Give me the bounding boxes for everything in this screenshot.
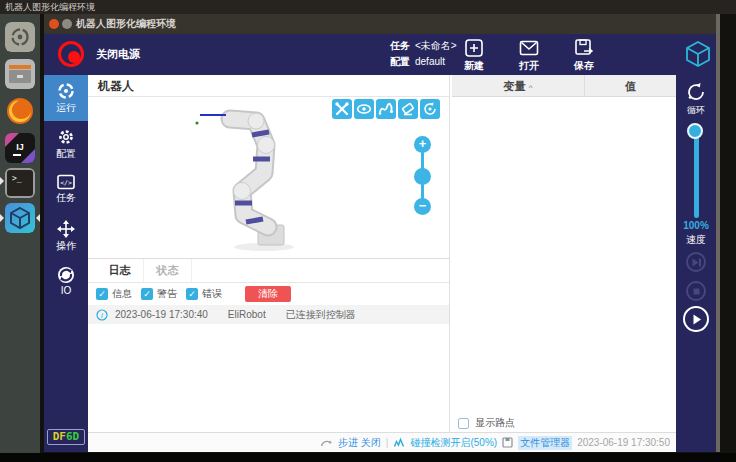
power-button-label: 关闭电源 bbox=[96, 34, 140, 75]
speed-percent: 100% bbox=[676, 220, 716, 231]
task-info: 任务<未命名> 配置default bbox=[390, 38, 457, 70]
running-indicator-elirobot bbox=[0, 214, 4, 222]
gear-icon bbox=[57, 128, 75, 146]
move-arrows-icon bbox=[57, 220, 75, 238]
nav-item-label: 操作 bbox=[44, 239, 88, 253]
robot-3d-viewport[interactable] bbox=[88, 97, 450, 258]
zoom-out-button[interactable]: − bbox=[414, 198, 431, 215]
eye-icon bbox=[356, 101, 372, 117]
clear-log-button[interactable]: 清除 bbox=[245, 286, 291, 302]
log-entry-time: 2023-06-19 17:30:40 bbox=[115, 309, 208, 320]
desktop-menubar-title: 机器人图形化编程环境 bbox=[5, 2, 95, 12]
eraser-button[interactable] bbox=[398, 99, 418, 119]
speed-slider-thumb[interactable] bbox=[687, 123, 703, 139]
step-mode-icon bbox=[320, 437, 333, 448]
desktop-bottom-edge bbox=[0, 453, 736, 462]
visibility-button[interactable] bbox=[354, 99, 374, 119]
filter-warning[interactable]: ✓ 警告 bbox=[141, 287, 177, 301]
svg-text:IJ: IJ bbox=[16, 142, 24, 152]
power-button[interactable] bbox=[58, 41, 84, 67]
config-value: default bbox=[415, 56, 445, 67]
checkbox-checked-icon: ✓ bbox=[141, 288, 153, 300]
variable-column-header[interactable]: 变量 ^ bbox=[452, 75, 584, 96]
speed-label: 速度 bbox=[676, 233, 716, 247]
desktop: 机器人图形化编程环境 IJ bbox=[0, 0, 736, 462]
show-waypoints-label: 显示路点 bbox=[475, 416, 515, 430]
terminal-icon[interactable]: >_ bbox=[5, 168, 35, 198]
step-next-button[interactable] bbox=[686, 252, 706, 272]
tab-log[interactable]: 日志 bbox=[96, 259, 144, 282]
robot-tools-button[interactable] bbox=[332, 99, 352, 119]
file-manager-icon[interactable] bbox=[5, 59, 35, 89]
nav-item-operate[interactable]: 操作 bbox=[44, 213, 88, 259]
freedrive-button[interactable] bbox=[376, 99, 396, 119]
info-icon: i bbox=[96, 309, 108, 321]
checkbox-checked-icon: ✓ bbox=[186, 288, 198, 300]
freedrive-icon bbox=[378, 101, 394, 117]
elirobot-launcher-icon[interactable] bbox=[5, 203, 35, 233]
robot-model-badge: DF6D bbox=[47, 429, 85, 445]
step-next-icon bbox=[691, 257, 702, 268]
new-task-button[interactable]: 新建 bbox=[452, 36, 496, 74]
variables-header: 变量 ^ 值 bbox=[452, 75, 676, 97]
file-manager-link[interactable]: 文件管理器 bbox=[518, 436, 572, 450]
filter-info[interactable]: ✓ 信息 bbox=[96, 287, 132, 301]
window-edge bbox=[716, 14, 720, 452]
nav-item-label: 配置 bbox=[44, 147, 88, 161]
filter-error[interactable]: ✓ 错误 bbox=[186, 287, 222, 301]
power-icon bbox=[68, 51, 80, 63]
window-title: 机器人图形化编程环境 bbox=[76, 14, 176, 34]
new-task-label: 新建 bbox=[452, 59, 496, 73]
nav-item-config[interactable]: 配置 bbox=[44, 121, 88, 167]
top-toolbar: 关闭电源 任务<未命名> 配置default 新建 打开 保存 bbox=[44, 34, 716, 75]
step-mode-status[interactable]: 步进 关闭 bbox=[338, 436, 381, 450]
focused-indicator-elirobot bbox=[36, 214, 40, 222]
reset-view-button[interactable] bbox=[420, 99, 440, 119]
svg-text:>_: >_ bbox=[12, 174, 22, 183]
desktop-menubar: 机器人图形化编程环境 bbox=[0, 0, 736, 14]
log-panel: 日志 状态 ✓ 信息 ✓ 警告 ✓ 错误 清除 i 2023-06-19 17:… bbox=[88, 258, 450, 432]
running-indicator-terminal bbox=[0, 177, 4, 185]
tools-icon bbox=[334, 101, 350, 117]
window-minimize-button[interactable] bbox=[62, 19, 72, 29]
eraser-icon bbox=[400, 101, 416, 117]
nav-item-io[interactable]: IO bbox=[44, 259, 88, 305]
collision-detection-status[interactable]: 碰撞检测开启(50%) bbox=[410, 436, 497, 450]
checkbox-checked-icon: ✓ bbox=[96, 288, 108, 300]
speed-slider-track[interactable] bbox=[694, 128, 699, 218]
window-close-button[interactable] bbox=[49, 19, 59, 29]
config-label: 配置 bbox=[390, 56, 410, 67]
run-icon bbox=[57, 82, 75, 100]
loop-label: 循环 bbox=[676, 104, 716, 117]
play-button[interactable] bbox=[683, 306, 709, 332]
open-task-label: 打开 bbox=[507, 59, 551, 73]
variables-panel: 变量 ^ 值 显示路点 bbox=[452, 75, 676, 432]
value-column-header[interactable]: 值 bbox=[584, 75, 676, 96]
task-label: 任务 bbox=[390, 40, 410, 51]
zoom-slider-thumb[interactable] bbox=[414, 168, 431, 185]
collision-detection-icon bbox=[393, 437, 405, 448]
zoom-in-button[interactable]: + bbox=[414, 136, 431, 153]
show-waypoints-checkbox[interactable] bbox=[458, 418, 469, 429]
loop-mode-button[interactable]: 循环 bbox=[676, 82, 716, 117]
tab-status[interactable]: 状态 bbox=[144, 259, 192, 282]
nav-item-label: IO bbox=[44, 285, 88, 296]
firefox-icon[interactable] bbox=[5, 96, 35, 126]
stop-icon bbox=[691, 286, 702, 297]
intellij-idea-icon[interactable]: IJ bbox=[5, 133, 35, 163]
ubuntu-dash-icon[interactable] bbox=[5, 22, 35, 52]
open-task-button[interactable]: 打开 bbox=[507, 36, 551, 74]
brand-logo-icon bbox=[684, 40, 712, 68]
log-filters: ✓ 信息 ✓ 警告 ✓ 错误 清除 bbox=[88, 283, 449, 305]
status-timestamp: 2023-06-19 17:30:50 bbox=[577, 437, 670, 448]
stop-button[interactable] bbox=[686, 281, 706, 301]
robot-panel-title: 机器人 bbox=[88, 75, 449, 97]
save-task-button[interactable]: 保存 bbox=[562, 36, 606, 74]
svg-text:i: i bbox=[101, 310, 103, 319]
code-window-icon: </> bbox=[57, 174, 75, 190]
status-bar: 步进 关闭 | 碰撞检测开启(50%) 文件管理器 2023-06-19 17:… bbox=[88, 432, 676, 452]
status-separator: | bbox=[386, 437, 389, 448]
show-waypoints-toggle[interactable]: 显示路点 bbox=[458, 416, 515, 430]
nav-item-task[interactable]: </> 任务 bbox=[44, 167, 88, 213]
nav-item-run[interactable]: 运行 bbox=[44, 75, 88, 121]
